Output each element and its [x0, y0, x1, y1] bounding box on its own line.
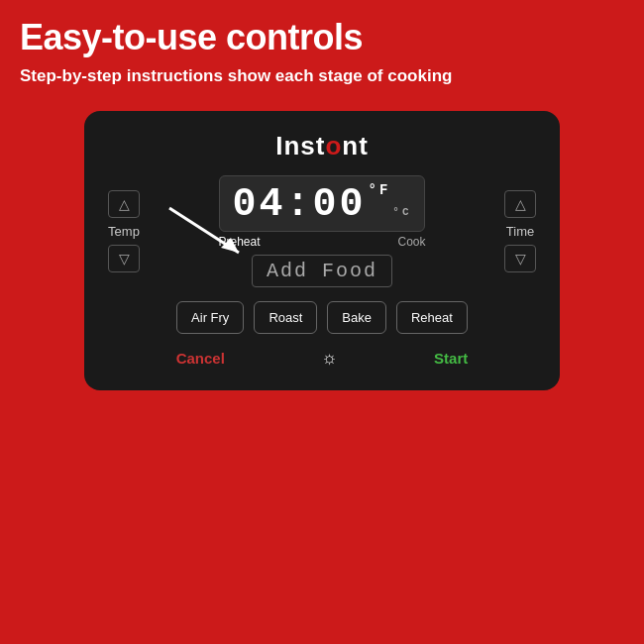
time-arrow-up-icon [515, 196, 526, 212]
device-panel: Instont Temp 04:00°F°C P [84, 111, 560, 390]
main-title: Easy-to-use controls [20, 18, 624, 57]
brand-logo: Instont [108, 131, 536, 161]
cook-label: Cook [397, 235, 425, 249]
cancel-button[interactable]: Cancel [176, 350, 225, 367]
time-label: Time [506, 224, 534, 239]
add-food-display: Add Food [252, 255, 392, 287]
bottom-controls: Cancel ☼ Start [108, 348, 536, 369]
reheat-button[interactable]: Reheat [396, 301, 468, 334]
temp-subunit: °C [392, 206, 411, 218]
temp-label: Temp [108, 224, 140, 239]
air-fry-button[interactable]: Air Fry [176, 301, 244, 334]
light-button[interactable]: ☼ [321, 348, 338, 369]
arrow-down-icon [119, 251, 130, 267]
time-up-button[interactable] [504, 190, 536, 218]
time-value: 04:00 [232, 182, 366, 227]
arrow-up-icon [119, 196, 130, 212]
subtitle: Step-by-step instructions show each stag… [20, 65, 624, 87]
time-arrow-down-icon [515, 251, 526, 267]
time-display: 04:00°F°C [219, 175, 424, 232]
bake-button[interactable]: Bake [327, 301, 386, 334]
svg-marker-1 [221, 238, 239, 253]
time-down-button[interactable] [504, 245, 536, 272]
logo-accent: o [325, 131, 342, 161]
start-button[interactable]: Start [434, 350, 468, 367]
temp-unit: °F [369, 182, 391, 198]
temp-up-button[interactable] [108, 190, 140, 218]
roast-button[interactable]: Roast [254, 301, 317, 334]
temp-down-button[interactable] [108, 245, 140, 272]
header-section: Easy-to-use controls Step-by-step instru… [0, 0, 644, 97]
mode-buttons-row: Air Fry Roast Bake Reheat [108, 301, 536, 334]
temp-control: Temp [108, 190, 140, 272]
time-control: Time [504, 190, 536, 272]
